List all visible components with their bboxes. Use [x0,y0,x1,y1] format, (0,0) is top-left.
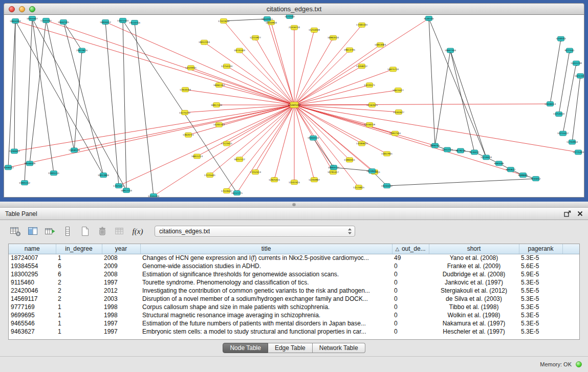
graph-node[interactable]: 17252413 [250,170,261,174]
table-mode-icon[interactable] [7,224,24,238]
graph-node[interactable]: 12825415 [269,178,280,182]
table-selector-dropdown[interactable]: citations_edges.txt [155,226,355,237]
graph-node[interactable]: 10215412 [557,131,569,136]
graph-node[interactable]: 21416710 [289,25,300,30]
tab-node-table[interactable]: Node Table [223,343,268,353]
graph-node[interactable]: 17543201 [40,18,52,23]
column-header-in-degree[interactable]: in_degree [56,244,102,254]
graph-edge[interactable] [294,105,387,154]
graph-edge[interactable] [219,105,294,125]
graph-node[interactable]: 14201103 [213,122,225,127]
graph-node[interactable]: 15857941 [381,151,393,156]
graph-node[interactable]: 15858156 [69,148,80,152]
function-builder-button[interactable]: f(x) [129,224,146,238]
graph-node[interactable]: 12703954 [567,140,578,144]
graph-node[interactable]: 15254049 [309,28,320,32]
show-columns-icon[interactable] [25,224,41,238]
graph-node[interactable]: 14957504 [389,131,401,136]
minimize-window-button[interactable] [19,6,25,12]
graph-edge[interactable] [267,19,294,105]
graph-edge[interactable] [294,50,350,105]
graph-edge[interactable] [239,105,294,159]
graph-edge[interactable] [294,85,369,105]
graph-edge[interactable] [550,39,561,104]
graph-node[interactable]: 15905151 [48,171,59,176]
delete-column-icon[interactable] [94,224,111,238]
graph-node[interactable]: 14021503 [117,18,128,23]
close-window-button[interactable] [9,6,15,12]
graph-node[interactable]: 5558103 [556,36,565,41]
graph-edge[interactable] [294,66,362,105]
graph-edge[interactable] [294,105,314,180]
graph-edge[interactable] [429,18,486,157]
column-header-year[interactable]: year [102,244,140,254]
graph-node[interactable]: 12245103 [148,194,159,197]
graph-node[interactable]: 15938013 [545,102,556,106]
zoom-window-button[interactable] [29,6,35,12]
table-row[interactable]: 1938455462009Genome-wide association stu… [9,262,579,270]
graph-node[interactable]: 11860451 [344,158,355,162]
graph-node[interactable]: 10412215 [442,147,453,152]
graph-edge[interactable] [105,22,119,186]
graph-node[interactable]: 19546549 [24,161,35,166]
graph-node[interactable]: 10775303 [573,150,584,155]
graph-edge[interactable] [30,20,46,163]
graph-node[interactable]: 12754103 [221,64,232,69]
graph-node[interactable]: 14253410 [553,112,564,116]
graph-edge[interactable] [294,105,523,175]
table-row[interactable]: 2242004622012Investigating the contribut… [9,287,579,295]
graph-edge[interactable] [210,105,294,175]
column-header-title[interactable]: title [140,244,392,254]
graph-node[interactable]: 18654302 [10,18,21,23]
graph-node[interactable]: 15905152 [19,181,30,185]
graph-edge[interactable] [185,90,294,105]
graph-node[interactable]: 16257112 [234,157,245,162]
graph-edge[interactable] [294,105,372,171]
graph-edge[interactable] [450,51,474,152]
graph-node[interactable]: 14275212 [179,110,190,115]
graph-node[interactable]: 16061103 [213,83,225,87]
graph-edge[interactable] [429,18,435,146]
graph-node[interactable]: 10674427 [393,88,404,93]
float-panel-icon[interactable] [564,210,571,217]
table-row[interactable]: 946362711997Embryonic stem cells: a mode… [9,327,579,336]
graph-edge[interactable] [294,38,333,105]
graph-node[interactable]: 8679219 [455,148,465,153]
column-header-pagerank[interactable]: pagerank [519,244,562,254]
close-panel-icon[interactable] [577,211,583,216]
graph-edge[interactable] [197,105,294,156]
graph-node[interactable]: 12215977 [250,35,261,40]
graph-node[interactable]: 9227441 [564,48,574,53]
graph-edge[interactable] [271,23,294,105]
graph-node[interactable]: 19731503 [234,48,245,53]
graph-edge[interactable] [8,105,294,167]
graph-node[interactable]: 13184613 [356,141,367,146]
graph-node[interactable]: 19346012 [4,165,14,170]
import-table-icon[interactable] [42,224,58,238]
graph-node[interactable]: 17123411 [221,141,232,146]
graph-node[interactable]: 16683112 [328,165,339,170]
graph-node[interactable]: 8130104 [424,16,433,20]
graph-edge[interactable] [294,105,359,187]
network-canvas[interactable]: 1724010712215977197315031275410316061103… [4,15,584,198]
graph-edge[interactable] [294,90,398,105]
tab-edge-table[interactable]: Edge Table [268,343,313,353]
graph-edge[interactable] [563,63,576,133]
graph-node[interactable]: 19245012 [381,184,393,188]
graph-node[interactable]: 13107415 [289,180,300,185]
graph-node[interactable]: 12204907 [309,178,320,182]
divider-grip-icon[interactable] [292,203,296,206]
graph-node[interactable]: 19667344 [445,48,456,53]
graph-node[interactable]: 19354407 [27,16,38,20]
graph-node[interactable]: 5572103 [285,15,294,18]
graph-edge[interactable] [15,21,294,105]
graph-node[interactable]: 12124815 [353,185,364,190]
graph-edge[interactable] [227,105,294,191]
graph-node[interactable]: 16213350 [575,74,584,78]
graph-node[interactable]: 14451230 [571,61,582,65]
graph-edge[interactable] [123,20,126,190]
graph-edge[interactable] [46,20,74,150]
graph-node[interactable]: 14853083 [375,42,386,47]
row-selector-icon[interactable] [59,224,76,238]
graph-node[interactable]: 18917103 [211,103,222,107]
